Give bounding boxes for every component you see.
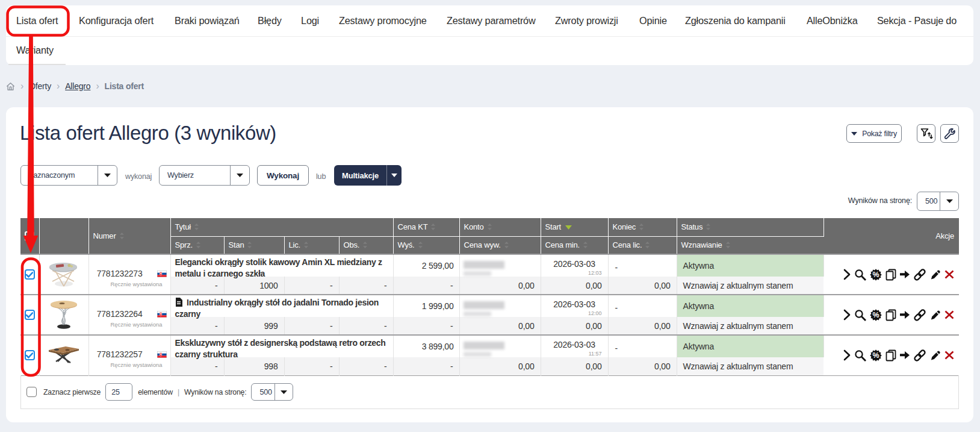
svg-text:%: % [873,271,879,279]
svg-text:%: % [873,311,879,319]
svg-text:%: % [873,351,879,360]
